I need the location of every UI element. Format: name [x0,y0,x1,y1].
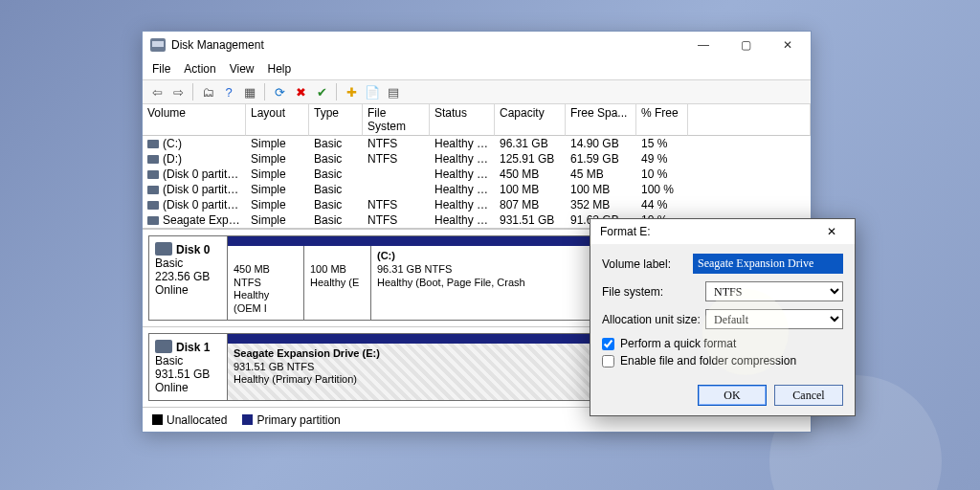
disk1-label[interactable]: Disk 1 Basic 931.51 GB Online [148,333,228,401]
separator [264,83,265,100]
disk0-title: Disk 0 [176,243,210,256]
dialog-close-button[interactable]: ✕ [813,219,851,244]
forward-icon[interactable]: ⇨ [169,83,187,100]
toolbar: ⇦ ⇨ 🗂 ? ▦ ⟳ ✖ ✔ ✚ 📄 ▤ [143,79,811,104]
table-row[interactable]: (Disk 0 partition 1)SimpleBasicHealthy (… [143,167,811,182]
quick-format-check[interactable]: Perform a quick format [602,337,843,350]
ok-button[interactable]: OK [698,385,767,406]
swatch-black [152,414,163,425]
legend-primary: Primary partition [242,413,340,427]
file-system-select[interactable]: NTFS [705,281,843,301]
col-spacer [688,104,811,136]
window-title: Disk Management [171,38,682,52]
back-icon[interactable]: ⇦ [148,83,166,100]
help-icon[interactable]: ? [220,83,237,100]
dialog-title: Format E: [600,225,813,238]
app-icon [150,38,166,52]
allocation-unit-select[interactable]: Default [705,309,843,329]
volume-label-label: Volume label: [602,257,693,271]
disk0-state: Online [155,283,189,297]
col-volume[interactable]: Volume [143,104,246,136]
partition-status: Healthy (Primary Partition) [234,373,357,385]
disk1-size: 931.51 GB [155,368,210,381]
table-row[interactable]: (Disk 0 partition 5)SimpleBasicNTFSHealt… [143,197,811,212]
swatch-blue [242,414,253,425]
partition-size: 931.51 GB NTFS [234,361,314,372]
disk-icon [155,242,172,256]
col-status[interactable]: Status [430,104,495,136]
disk0-size: 223.56 GB [155,270,210,283]
col-pct[interactable]: % Free [636,104,688,136]
legend-unallocated: Unallocated [152,413,227,427]
menubar: File Action View Help [143,58,811,79]
menu-action[interactable]: Action [184,62,215,76]
file-system-label: File system: [602,285,705,299]
menu-help[interactable]: Help [268,62,292,76]
new-icon[interactable]: ✚ [343,83,360,100]
col-layout[interactable]: Layout [246,104,309,136]
table-row[interactable]: (D:)SimpleBasicNTFSHealthy (P...125.91 G… [143,151,811,167]
allocation-unit-label: Allocation unit size: [602,313,705,326]
disk1-title: Disk 1 [176,341,210,354]
dialog-buttons: OK Cancel [590,375,855,415]
properties-icon[interactable]: 📄 [364,83,381,100]
volume-label-input[interactable] [693,254,843,274]
table-icon[interactable]: ▦ [241,83,258,100]
disk0-partition[interactable]: 100 MBHealthy (E [304,246,371,320]
disk1-state: Online [155,381,189,394]
column-headers[interactable]: Volume Layout Type File System Status Ca… [143,104,811,136]
disk0-partition[interactable]: 450 MB NTFSHealthy (OEM I [228,246,304,320]
disk-icon [155,340,172,353]
maximize-button[interactable]: ▢ [724,32,767,58]
cancel-button[interactable]: Cancel [774,385,843,406]
col-free[interactable]: Free Spa... [566,104,636,136]
col-capacity[interactable]: Capacity [495,104,566,136]
format-dialog: Format E: ✕ Volume label: File system: N… [590,218,856,416]
compression-check[interactable]: Enable file and folder compression [602,354,843,368]
table-row[interactable]: (C:)SimpleBasicNTFSHealthy (B...96.31 GB… [143,136,811,151]
compression-checkbox[interactable] [602,355,614,368]
dialog-titlebar[interactable]: Format E: ✕ [590,219,855,244]
quick-format-checkbox[interactable] [602,338,614,350]
disk1-type: Basic [155,354,183,368]
col-fs[interactable]: File System [363,104,430,136]
separator [192,83,193,100]
titlebar[interactable]: Disk Management — ▢ ✕ [143,32,811,58]
disk0-type: Basic [155,256,183,270]
separator [336,83,337,100]
quick-format-label: Perform a quick format [620,337,736,350]
compression-label: Enable file and folder compression [620,354,796,368]
dialog-body: Volume label: File system: NTFS Allocati… [590,244,855,375]
partition-name: Seagate Expansion Drive (E:) [234,347,380,359]
col-type[interactable]: Type [309,104,363,136]
menu-file[interactable]: File [152,62,170,76]
disk0-label[interactable]: Disk 0 Basic 223.56 GB Online [148,235,228,321]
menu-view[interactable]: View [230,62,255,76]
list-icon[interactable]: ▤ [385,83,402,100]
minimize-button[interactable]: — [682,32,724,58]
volume-list: Volume Layout Type File System Status Ca… [143,104,811,229]
check-icon[interactable]: ✔ [313,83,330,100]
table-row[interactable]: (Disk 0 partition 2)SimpleBasicHealthy (… [143,182,811,197]
close-button[interactable]: ✕ [767,32,809,58]
delete-icon[interactable]: ✖ [292,83,309,100]
view-icon[interactable]: 🗂 [199,83,216,100]
refresh-icon[interactable]: ⟳ [271,83,288,100]
disk1-header-bar [228,334,804,344]
